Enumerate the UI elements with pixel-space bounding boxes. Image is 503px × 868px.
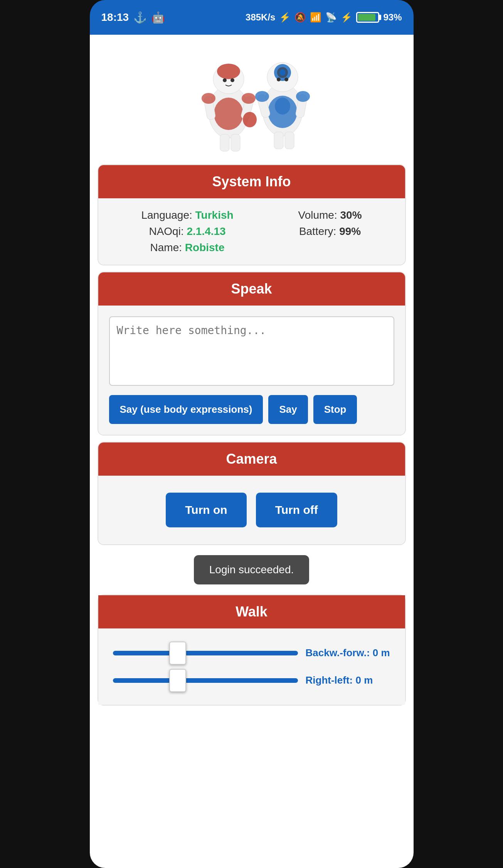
right-left-label: Right-left: 0 m	[306, 674, 390, 686]
naoqi-label: NAOqi:	[149, 225, 183, 237]
turn-off-button[interactable]: Turn off	[256, 493, 337, 527]
name-value: Robiste	[185, 241, 225, 253]
speak-card: Speak Say (use body expressions) Say Sto…	[98, 272, 406, 436]
battery-value: 99%	[339, 225, 361, 237]
volume-info: Volume: 30%	[298, 209, 362, 221]
svg-point-1	[214, 98, 243, 130]
svg-point-12	[243, 112, 257, 127]
svg-point-25	[275, 98, 290, 115]
svg-point-8	[202, 93, 215, 104]
battery-indicator	[356, 12, 379, 23]
mute-icon: 🔕	[294, 12, 306, 23]
signal-icon: 📡	[325, 12, 337, 23]
system-info-title: System Info	[212, 174, 291, 189]
speak-input[interactable]	[109, 316, 394, 386]
turn-on-button[interactable]: Turn on	[166, 493, 246, 527]
svg-point-5	[230, 78, 234, 82]
stop-button[interactable]: Stop	[313, 395, 357, 424]
notification-icon: 🤖	[151, 11, 165, 24]
backw-forw-row: Backw.-forw.: 0 m	[109, 639, 394, 667]
volume-value: 30%	[340, 209, 362, 221]
speak-header: Speak	[98, 272, 405, 306]
backw-forw-slider-container	[113, 651, 298, 655]
robot-illustration	[167, 39, 336, 154]
walk-card: Walk Backw.-forw.: 0 m Ri	[98, 594, 406, 706]
system-info-right: Volume: 30% Battery: 99%	[298, 209, 362, 238]
system-info-left: Language: Turkish NAOqi: 2.1.4.13 Name: …	[141, 209, 233, 254]
charge-icon: ⚡	[341, 12, 352, 23]
svg-point-23	[255, 91, 269, 102]
svg-point-9	[242, 93, 256, 104]
battery-percentage: 93%	[383, 12, 402, 23]
naoqi-value: 2.1.4.13	[187, 225, 225, 237]
say-body-button[interactable]: Say (use body expressions)	[109, 395, 263, 424]
backw-forw-thumb[interactable]	[169, 642, 186, 665]
camera-title: Camera	[226, 451, 277, 467]
walk-header: Walk	[98, 595, 405, 628]
svg-rect-11	[231, 134, 240, 151]
svg-point-24	[296, 91, 310, 102]
svg-rect-10	[220, 134, 229, 151]
volume-label: Volume:	[298, 209, 337, 221]
svg-rect-26	[274, 132, 283, 149]
camera-body: Turn on Turn off	[98, 476, 405, 544]
svg-point-18	[279, 69, 286, 76]
system-info-card: System Info Language: Turkish NAOqi: 2.1…	[98, 164, 406, 265]
battery-info: Battery: 99%	[298, 225, 362, 238]
right-left-track	[113, 678, 298, 683]
phone-frame: 18:13 ⚓ 🤖 385K/s ⚡ 🔕 📶 📡 ⚡ 93%	[90, 0, 414, 868]
backw-forw-label: Backw.-forw.: 0 m	[306, 647, 390, 659]
toast-container: Login succeeded.	[90, 551, 414, 588]
naoqi-info: NAOqi: 2.1.4.13	[141, 225, 233, 238]
system-info-header: System Info	[98, 165, 405, 198]
battery-fill	[358, 14, 375, 21]
wifi-icon: 📶	[310, 12, 321, 23]
walk-body: Backw.-forw.: 0 m Right-left: 0 m	[98, 628, 405, 705]
svg-point-20	[284, 78, 288, 81]
language-value: Turkish	[195, 209, 234, 221]
language-label: Language:	[141, 209, 192, 221]
robot-image-area	[90, 35, 414, 158]
right-left-slider-container	[113, 678, 298, 683]
battery-label: Battery:	[299, 225, 336, 237]
system-info-body: Language: Turkish NAOqi: 2.1.4.13 Name: …	[98, 198, 405, 265]
backw-forw-track	[113, 651, 298, 655]
bluetooth-icon: ⚡	[279, 12, 291, 23]
name-info: Name: Robiste	[141, 241, 233, 254]
walk-title: Walk	[236, 604, 267, 620]
status-bar: 18:13 ⚓ 🤖 385K/s ⚡ 🔕 📶 📡 ⚡ 93%	[90, 0, 414, 35]
right-left-row: Right-left: 0 m	[109, 667, 394, 694]
time-display: 18:13	[101, 11, 129, 24]
svg-rect-27	[285, 132, 294, 149]
svg-point-19	[277, 78, 281, 81]
app-content: System Info Language: Turkish NAOqi: 2.1…	[90, 35, 414, 868]
camera-header: Camera	[98, 442, 405, 476]
svg-point-3	[217, 64, 240, 79]
toast-message: Login succeeded.	[194, 555, 310, 584]
right-left-thumb[interactable]	[169, 669, 186, 692]
svg-point-4	[223, 78, 227, 82]
usb-icon: ⚓	[133, 11, 147, 24]
speak-title: Speak	[231, 281, 272, 297]
system-info-grid: Language: Turkish NAOqi: 2.1.4.13 Name: …	[109, 209, 394, 254]
network-speed: 385K/s	[246, 12, 275, 23]
speak-body: Say (use body expressions) Say Stop	[98, 306, 405, 435]
speak-buttons: Say (use body expressions) Say Stop	[109, 395, 394, 424]
language-info: Language: Turkish	[141, 209, 233, 221]
camera-buttons: Turn on Turn off	[109, 486, 394, 534]
camera-card: Camera Turn on Turn off	[98, 442, 406, 545]
say-button[interactable]: Say	[268, 395, 308, 424]
status-bar-left: 18:13 ⚓ 🤖	[101, 11, 165, 24]
status-bar-right: 385K/s ⚡ 🔕 📶 📡 ⚡ 93%	[246, 12, 402, 23]
name-label: Name:	[150, 241, 182, 253]
